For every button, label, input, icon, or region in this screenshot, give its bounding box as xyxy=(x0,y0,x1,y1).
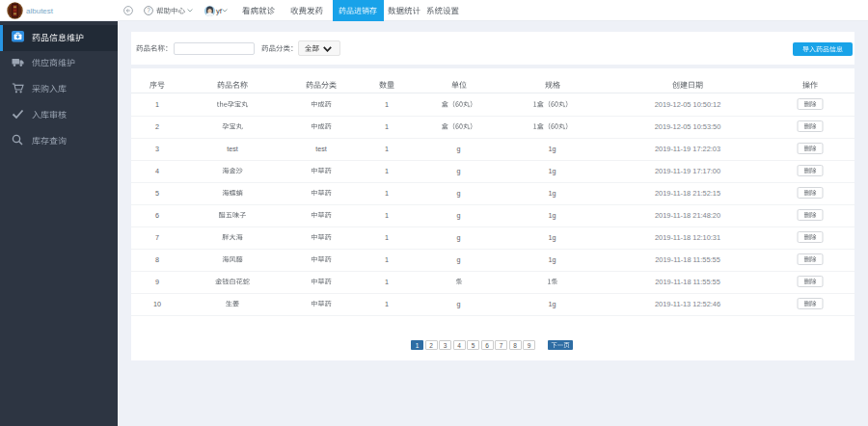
svg-text:?: ? xyxy=(147,7,150,13)
